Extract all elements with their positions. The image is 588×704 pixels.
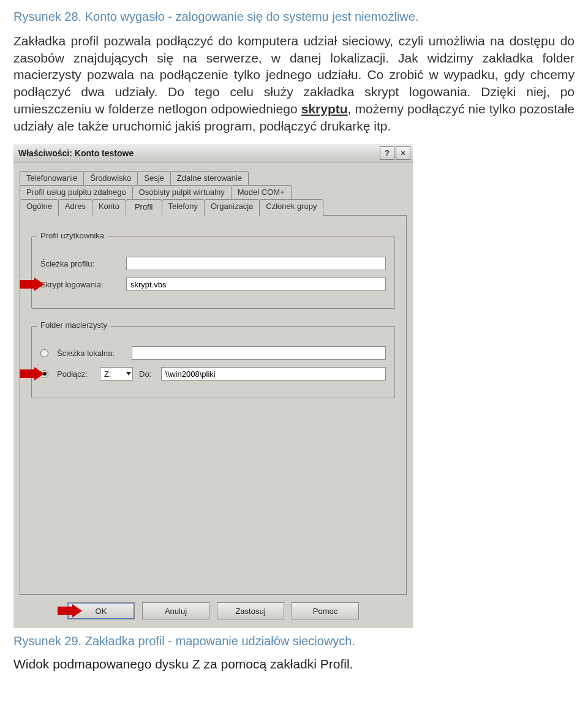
- tab-srodowisko[interactable]: Środowisko: [83, 171, 138, 185]
- window-title: Właściwości: Konto testowe: [18, 148, 379, 158]
- profile-path-field: Ścieżka profilu:: [40, 257, 386, 270]
- local-path-radio[interactable]: [40, 349, 48, 357]
- closing-text: Widok podmapowanego dysku Z za pomocą za…: [13, 657, 575, 672]
- tab-czlonek-grupy[interactable]: Członek grupy: [259, 199, 323, 216]
- user-profile-groupbox: Profil użytkownika Ścieżka profilu: Skry…: [31, 237, 395, 309]
- properties-dialog: Właściwości: Konto testowe ? × Telefonow…: [13, 144, 413, 628]
- tab-adres[interactable]: Adres: [58, 199, 92, 216]
- figure-caption-28: Rysunek 28. Konto wygasło - zalogowanie …: [13, 10, 575, 24]
- close-button[interactable]: ×: [396, 146, 410, 160]
- annotation-arrow-icon: [20, 367, 47, 380]
- dialog-body: Telefonowanie Środowisko Sesje Zdalne st…: [13, 162, 413, 628]
- inline-link-skryptu[interactable]: skryptu: [301, 102, 348, 116]
- cancel-button[interactable]: Anuluj: [142, 602, 209, 619]
- chevron-down-icon: [126, 372, 131, 376]
- body-paragraph: Zakładka profil pozwala podłączyć do kom…: [13, 32, 575, 134]
- dialog-button-row: OK Anuluj Zastosuj Pomoc: [20, 602, 407, 619]
- help-button-footer[interactable]: Pomoc: [292, 602, 359, 619]
- tab-sesje[interactable]: Sesje: [137, 171, 171, 185]
- user-profile-legend: Profil użytkownika: [37, 231, 108, 240]
- connect-to-input[interactable]: [161, 367, 386, 380]
- local-path-label: Ścieżka lokalna:: [57, 349, 126, 358]
- connect-to-label: Do:: [139, 369, 155, 379]
- profile-path-input[interactable]: [126, 257, 386, 270]
- connect-label: Podłącz:: [57, 369, 94, 379]
- logon-script-label: Skrypt logowania:: [40, 280, 120, 289]
- local-path-field: Ścieżka lokalna:: [40, 346, 386, 360]
- tab-telefonowanie[interactable]: Telefonowanie: [20, 171, 84, 185]
- logon-script-field: Skrypt logowania:: [40, 278, 386, 291]
- tab-model-com[interactable]: Model COM+: [231, 185, 292, 199]
- tab-telefony[interactable]: Telefony: [162, 199, 205, 216]
- profile-path-label: Ścieżka profilu:: [40, 259, 120, 268]
- tab-osobisty-pulpit[interactable]: Osobisty pulpit wirtualny: [132, 185, 232, 199]
- connect-field: Podłącz: Z: Do:: [40, 367, 386, 380]
- annotation-arrow-icon: [20, 278, 47, 291]
- tab-strip: Telefonowanie Środowisko Sesje Zdalne st…: [20, 168, 407, 213]
- help-button[interactable]: ?: [380, 146, 394, 160]
- svg-marker-1: [20, 367, 44, 380]
- tab-profil[interactable]: Profil: [126, 199, 162, 216]
- local-path-input[interactable]: [132, 346, 386, 360]
- tab-content-profil: Profil użytkownika Ścieżka profilu: Skry…: [20, 215, 407, 595]
- drive-letter-select[interactable]: Z:: [100, 367, 133, 380]
- properties-dialog-screenshot: Właściwości: Konto testowe ? × Telefonow…: [13, 144, 413, 628]
- figure-caption-29: Rysunek 29. Zakładka profil - mapowanie …: [13, 634, 575, 648]
- logon-script-input[interactable]: [126, 278, 386, 291]
- tab-organizacja[interactable]: Organizacja: [204, 199, 260, 216]
- home-folder-groupbox: Folder macierzysty Ścieżka lokalna: Podł…: [31, 326, 395, 398]
- tab-zdalne-sterowanie[interactable]: Zdalne sterowanie: [170, 171, 249, 185]
- drive-letter-value: Z:: [104, 369, 111, 379]
- apply-button[interactable]: Zastosuj: [217, 602, 284, 619]
- annotation-arrow-icon: [58, 604, 85, 618]
- home-folder-legend: Folder macierzysty: [37, 320, 111, 330]
- svg-marker-0: [20, 278, 44, 291]
- tab-ogolne[interactable]: Ogólne: [20, 199, 59, 216]
- svg-marker-2: [58, 604, 82, 618]
- titlebar: Właściwości: Konto testowe ? ×: [13, 144, 413, 162]
- tab-konto[interactable]: Konto: [92, 199, 126, 216]
- tab-profil-uslug[interactable]: Profil usług pulpitu zdalnego: [20, 185, 133, 199]
